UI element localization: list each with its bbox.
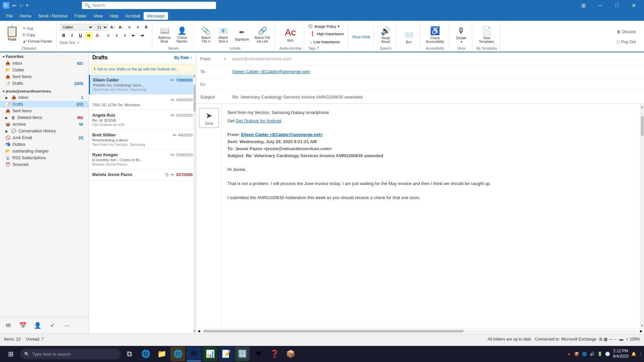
sidebar-item-conv-history[interactable]: ▶ 💬 Conversation History [0, 128, 89, 134]
title-bar-search[interactable]: 🔍 Search [82, 2, 216, 9]
sidebar-item-drafts-fav[interactable]: 📝 Drafts [250] [0, 80, 89, 87]
compose-scroll-up[interactable]: ▲ [640, 104, 644, 109]
cut-button[interactable]: ✂ Cut [21, 25, 54, 31]
view-templates-button[interactable]: 📄 ViewTemplates [477, 25, 496, 45]
scroll-down[interactable]: ▼ [193, 328, 196, 334]
underline-button[interactable]: U [77, 32, 84, 39]
format-painter-button[interactable]: 🖌 Format Painter [21, 39, 54, 44]
copy-button[interactable]: ⎘ Copy [21, 32, 54, 38]
nav-calendar-button[interactable]: 📅 [17, 319, 29, 331]
zoom-increase[interactable]: + [626, 337, 628, 342]
align-right-button[interactable]: ≡ [121, 32, 129, 39]
favorites-header[interactable]: ▾ Favorites [0, 53, 89, 60]
account-header[interactable]: ▾ jessie@vetcardioservices. [0, 88, 89, 94]
info-link[interactable]: Get to your drafts on the go with the Ou… [97, 67, 179, 71]
sidebar-item-clutter[interactable]: 📂 Clutter [0, 67, 89, 73]
tags-expand[interactable]: ↗ [316, 46, 319, 50]
nav-more-button[interactable]: ··· [61, 319, 73, 331]
low-importance-button[interactable]: ↓ Low Importance [308, 39, 345, 45]
menu-home[interactable]: Home [16, 12, 35, 20]
start-button[interactable]: ⊞ [3, 346, 19, 362]
sidebar-item-rss[interactable]: 📡 RSS Subscriptions [0, 155, 89, 161]
attach-file-link-button[interactable]: 🔗 Attach Filevia Link [253, 25, 272, 45]
from-label-button[interactable]: From ▾ [196, 54, 230, 64]
read-aloud-button[interactable]: 🔊 ReadAloud [378, 25, 394, 45]
view-icon2[interactable]: ▦ [604, 337, 607, 342]
sidebar-item-outstanding[interactable]: 📂 outstanding charges [0, 148, 89, 155]
hscroll-right[interactable]: ▶ [639, 328, 644, 334]
nav-tasks-button[interactable]: ✓ [46, 319, 58, 331]
taskbar-app-5[interactable]: 📝 [219, 347, 233, 361]
cc-label-button[interactable]: Cc [196, 79, 230, 89]
signature-button[interactable]: ✒ Signature [233, 27, 251, 43]
assign-policy-button[interactable]: 🛡 Assign Policy ▾ [308, 24, 345, 29]
email-item[interactable]: Eileen Calder ✏ 7/29/2020 PetVets Inc. C… [89, 75, 196, 95]
bold-button[interactable]: B [60, 32, 67, 39]
email-item[interactable]: ✏ 4/30/2020 7591 SE 127th Ter. Morriston… [89, 95, 196, 110]
taskbar-app-0[interactable]: 🌐 [138, 347, 153, 361]
check-accessibility-button[interactable]: ♿ CheckAccessibility [424, 25, 446, 45]
font-shrink-button[interactable]: A↓ [117, 23, 125, 31]
notification-icon[interactable]: 🔺 [567, 352, 572, 356]
email-list-scroll[interactable]: Eileen Calder ✏ 7/29/2020 PetVets Inc. C… [89, 75, 196, 334]
dropbox-icon[interactable]: 📦 [574, 352, 579, 356]
zoom-slider[interactable]: ▬ [619, 337, 623, 342]
network-icon[interactable]: 🌐 [582, 352, 587, 356]
hscroll-left[interactable]: ◀ [196, 328, 202, 334]
indent-increase-button[interactable]: ⇥ [138, 32, 146, 39]
discard-button[interactable]: 🗑 Discard [614, 28, 639, 36]
taskbar-app-3[interactable]: ✉ [186, 347, 201, 361]
email-list-sort[interactable]: By Date ↕ [174, 55, 193, 60]
zoom-decrease[interactable]: − [614, 337, 616, 342]
sidebar-item-inbox-account[interactable]: ▶ 📥 Inbox 1 [0, 94, 89, 101]
compose-body[interactable]: Sent from my Verizon, Samsung Galaxy sma… [222, 104, 640, 328]
font-size-select[interactable]: 11 [95, 24, 108, 31]
bcc-button[interactable]: 📨 Bcc [401, 29, 417, 45]
clear-format-button[interactable]: A [143, 23, 150, 31]
attach-item-button[interactable]: 📧 AttachItem ▾ [215, 25, 231, 45]
view-icon1[interactable]: ⊞ [599, 337, 602, 342]
taskbar-app-9[interactable]: 📦 [283, 347, 298, 361]
taskbar-app-4[interactable]: 📊 [203, 347, 217, 361]
maximize-button[interactable]: □ [609, 0, 625, 11]
taskbar-app-2[interactable]: 🌐 [170, 347, 185, 361]
volume-icon[interactable]: 🔊 [590, 352, 595, 356]
menu-send-receive[interactable]: Send / Receive [35, 12, 71, 20]
dictate-button[interactable]: 🎙 Dictate▾ [453, 25, 469, 45]
title-bar-dropdown[interactable]: ▾ [26, 3, 28, 8]
font-grow-button[interactable]: A↑ [109, 23, 116, 31]
email-item[interactable]: Angela Ruiz ✏ 4/23/2020 Re: HI JESSIE Ge… [89, 110, 196, 130]
numbering-button[interactable]: ≡ [134, 23, 142, 31]
italic-button[interactable]: I [68, 32, 76, 39]
font-name-select[interactable]: Calibri [60, 24, 94, 31]
taskbar-search[interactable]: 🔍 Type here to search [20, 349, 121, 359]
email-list-scrollbar[interactable]: ▲ ▼ [193, 73, 196, 334]
grid-button[interactable]: ⊞ [576, 0, 591, 11]
highlight-button[interactable]: H [85, 32, 93, 39]
compose-scroll-thumb[interactable] [641, 116, 644, 136]
attach-file-button[interactable]: 📎 AttachFile ▾ [198, 25, 214, 45]
taskbar-task-view[interactable]: ⧉ [122, 347, 137, 361]
paste-button[interactable]: 📋 Paste [4, 23, 20, 46]
sidebar-item-archive[interactable]: 📦 Archive 50 [0, 121, 89, 128]
sidebar-item-snoozed[interactable]: ⏰ Snoozed [0, 161, 89, 168]
show-fields-button[interactable]: Show Fields [352, 35, 370, 39]
taskbar-app-6[interactable]: 🔢 [235, 347, 250, 361]
menu-file[interactable]: File [3, 12, 16, 20]
email-item[interactable]: Ryan Keegan ✏ 3/29/2020 bi monthly met -… [89, 149, 196, 169]
body-link[interactable]: Get Outlook for Android [236, 118, 281, 123]
check-names-button[interactable]: 👤 CheckNames [174, 25, 190, 45]
sidebar-item-sent-account[interactable]: 📤 Sent Items [0, 108, 89, 114]
menu-view[interactable]: View [90, 12, 106, 20]
sidebar-item-junk[interactable]: 🚫 Junk Email [4] [0, 134, 89, 141]
sidebar-item-deleted[interactable]: ▶ 🗑 Deleted Items 452 [0, 114, 89, 121]
menu-help[interactable]: Help [106, 12, 122, 20]
from-dropdown[interactable]: ▾ [224, 57, 226, 61]
scroll-up[interactable]: ▲ [193, 73, 196, 78]
font-color-button[interactable]: A [94, 32, 101, 39]
high-importance-button[interactable]: ❗ High Importance [308, 31, 345, 37]
title-bar-redo[interactable]: ↩ [19, 2, 23, 9]
menu-message[interactable]: Message [144, 12, 168, 20]
basic-text-expand[interactable]: ↗ [76, 41, 79, 45]
to-email-link[interactable]: Eileen Calder <ECalder@animerge.net> [232, 69, 311, 74]
